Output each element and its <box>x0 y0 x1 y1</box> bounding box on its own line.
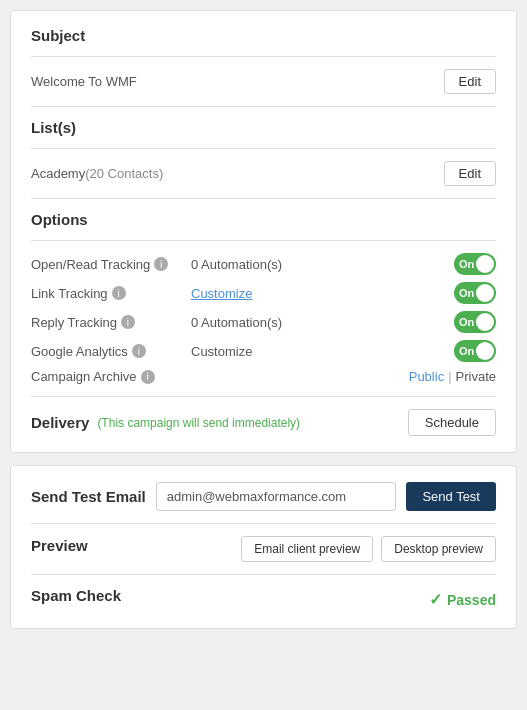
link-tracking-toggle-circle <box>476 284 494 302</box>
open-read-text: Open/Read Tracking <box>31 257 150 272</box>
schedule-button[interactable]: Schedule <box>408 409 496 436</box>
google-analytics-info-icon[interactable]: i <box>132 344 146 358</box>
spam-check-title: Spam Check <box>31 587 121 604</box>
desktop-preview-button[interactable]: Desktop preview <box>381 536 496 562</box>
spam-check-passed: ✓ Passed <box>429 590 496 609</box>
campaign-archive-info-icon[interactable]: i <box>141 370 155 384</box>
reply-tracking-toggle-area: On <box>454 311 496 333</box>
google-analytics-toggle-circle <box>476 342 494 360</box>
option-row-campaign-archive: Campaign Archive i Public | Private <box>31 369 496 384</box>
campaign-archive-options: Public | Private <box>409 369 496 384</box>
google-analytics-toggle-area: On <box>454 340 496 362</box>
preview-buttons: Email client preview Desktop preview <box>241 536 496 562</box>
spam-check-row: Spam Check ✓ Passed <box>31 587 496 612</box>
delivery-label: Delivery (This campaign will send immedi… <box>31 414 300 431</box>
option-row-google-analytics: Google Analytics i Customize On <box>31 340 496 362</box>
delivery-row: Delivery (This campaign will send immedi… <box>31 409 496 436</box>
campaign-archive-text: Campaign Archive <box>31 369 137 384</box>
open-read-middle: 0 Automation(s) <box>191 257 454 272</box>
option-row-reply-tracking: Reply Tracking i 0 Automation(s) On <box>31 311 496 333</box>
open-read-info-icon[interactable]: i <box>154 257 168 271</box>
option-label-google-analytics: Google Analytics i <box>31 344 191 359</box>
archive-public[interactable]: Public <box>409 369 444 384</box>
send-test-button[interactable]: Send Test <box>406 482 496 511</box>
link-tracking-middle: Customize <box>191 286 454 301</box>
subject-row: Welcome To WMF Edit <box>31 69 496 94</box>
reply-tracking-text: Reply Tracking <box>31 315 117 330</box>
spam-check-status: Passed <box>447 592 496 608</box>
send-test-title: Send Test Email <box>31 488 146 505</box>
subject-title: Subject <box>31 27 496 44</box>
option-label-link-tracking: Link Tracking i <box>31 286 191 301</box>
subject-value: Welcome To WMF <box>31 74 137 89</box>
option-label-reply-tracking: Reply Tracking i <box>31 315 191 330</box>
email-client-preview-button[interactable]: Email client preview <box>241 536 373 562</box>
link-tracking-toggle[interactable]: On <box>454 282 496 304</box>
lists-edit-button[interactable]: Edit <box>444 161 496 186</box>
send-test-row: Send Test Email Send Test <box>31 482 496 511</box>
option-label-campaign-archive: Campaign Archive i <box>31 369 191 384</box>
preview-title: Preview <box>31 537 88 554</box>
reply-tracking-info-icon[interactable]: i <box>121 315 135 329</box>
link-tracking-text: Link Tracking <box>31 286 108 301</box>
open-read-toggle-circle <box>476 255 494 273</box>
option-row-link-tracking: Link Tracking i Customize On <box>31 282 496 304</box>
check-icon: ✓ <box>429 590 442 609</box>
lists-title: List(s) <box>31 119 496 136</box>
reply-tracking-middle: 0 Automation(s) <box>191 315 454 330</box>
google-analytics-text: Google Analytics <box>31 344 128 359</box>
link-tracking-toggle-label: On <box>459 287 474 299</box>
send-test-card: Send Test Email Send Test Preview Email … <box>10 465 517 629</box>
option-row-open-read: Open/Read Tracking i 0 Automation(s) On <box>31 253 496 275</box>
preview-row: Preview Email client preview Desktop pre… <box>31 536 496 562</box>
lists-value: Academy(20 Contacts) <box>31 166 163 181</box>
archive-private[interactable]: Private <box>456 369 496 384</box>
reply-tracking-toggle[interactable]: On <box>454 311 496 333</box>
link-tracking-customize-link[interactable]: Customize <box>191 286 252 301</box>
google-analytics-middle: Customize <box>191 344 454 359</box>
lists-row: Academy(20 Contacts) Edit <box>31 161 496 186</box>
google-analytics-customize: Customize <box>191 344 252 359</box>
link-tracking-toggle-area: On <box>454 282 496 304</box>
link-tracking-info-icon[interactable]: i <box>112 286 126 300</box>
option-label-open-read: Open/Read Tracking i <box>31 257 191 272</box>
google-analytics-toggle[interactable]: On <box>454 340 496 362</box>
open-read-toggle[interactable]: On <box>454 253 496 275</box>
open-read-toggle-label: On <box>459 258 474 270</box>
reply-tracking-toggle-circle <box>476 313 494 331</box>
subject-edit-button[interactable]: Edit <box>444 69 496 94</box>
main-card: Subject Welcome To WMF Edit List(s) Acad… <box>10 10 517 453</box>
delivery-title: Delivery <box>31 414 89 431</box>
archive-separator: | <box>448 369 451 384</box>
delivery-note: (This campaign will send immediately) <box>97 416 300 430</box>
google-analytics-toggle-label: On <box>459 345 474 357</box>
options-title: Options <box>31 211 496 228</box>
open-read-toggle-area: On <box>454 253 496 275</box>
send-test-input[interactable] <box>156 482 397 511</box>
reply-tracking-toggle-label: On <box>459 316 474 328</box>
